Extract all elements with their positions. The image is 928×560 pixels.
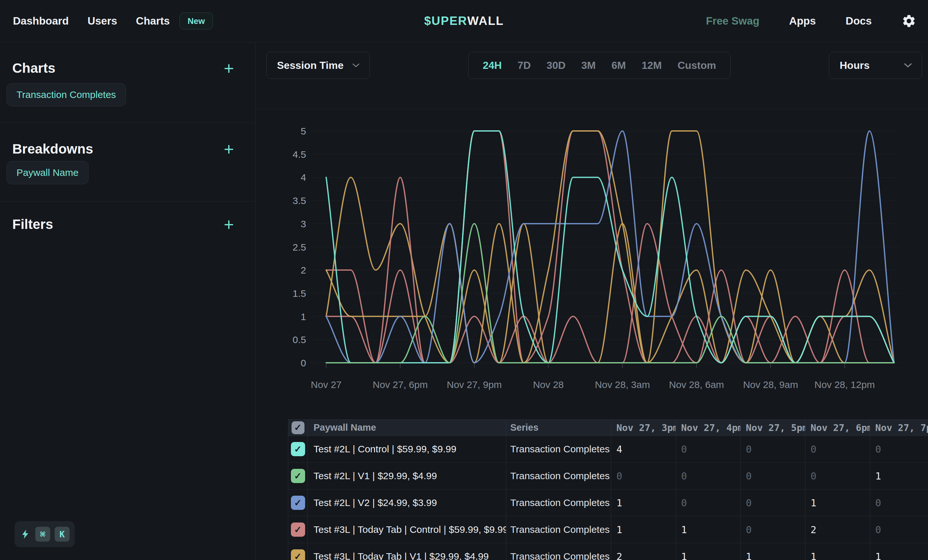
- range-6m[interactable]: 6M: [612, 59, 626, 72]
- value-text: 2: [810, 524, 817, 536]
- logo-rest: WALL: [467, 14, 504, 28]
- sidebar-section-breakdowns: Breakdowns+: [12, 140, 234, 158]
- x-axis-label: Nov 27, 9pm: [447, 379, 502, 390]
- sidebar-section-charts: Charts+: [12, 59, 234, 77]
- chevron-down-icon: [904, 63, 912, 68]
- nav-link-docs[interactable]: Docs: [846, 15, 872, 27]
- value-text: 1: [681, 524, 687, 536]
- table-row[interactable]: ✓Test #3L | Today Tab | V1 | $29.99, $4.…: [288, 543, 928, 560]
- logo-accent: $UPER: [424, 14, 467, 28]
- series-cell: Transaction Completes: [507, 543, 611, 560]
- breakdown-table: ✓Paywall NameSeriesNov 27, 3pmNov 27, 4p…: [288, 419, 928, 560]
- row-checkbox-cell: ✓: [288, 436, 308, 463]
- range-7d[interactable]: 7D: [517, 59, 531, 72]
- sidebar-divider: [0, 201, 255, 201]
- row-checkbox[interactable]: ✓: [291, 522, 305, 537]
- value-cell: 1: [870, 463, 928, 489]
- x-axis-label: Nov 27, 6pm: [373, 379, 428, 390]
- row-checkbox[interactable]: ✓: [291, 442, 305, 456]
- time-range-group: 24H7D30D3M6M12MCustom: [468, 52, 731, 79]
- x-axis-label: Nov 27: [311, 379, 341, 390]
- row-checkbox[interactable]: ✓: [291, 496, 305, 510]
- nav-item-users[interactable]: Users: [87, 15, 117, 27]
- pill-paywall-name[interactable]: Paywall Name: [6, 161, 89, 184]
- add-breakdowns-button[interactable]: +: [224, 140, 234, 158]
- x-axis-label: Nov 28: [533, 379, 564, 390]
- x-axis-label: Nov 28, 6am: [669, 379, 724, 390]
- add-charts-button[interactable]: +: [224, 59, 234, 77]
- value-text: 0: [875, 524, 881, 536]
- table-row[interactable]: ✓Test #2L | V2 | $24.99, $3.99Transactio…: [288, 490, 928, 516]
- value-cell: 1: [611, 490, 676, 516]
- header-paywall-name: Paywall Name: [308, 420, 507, 435]
- header-hour-col: Nov 27, 3pm: [611, 420, 676, 435]
- range-12m[interactable]: 12M: [642, 59, 662, 72]
- value-text: 1: [875, 551, 881, 560]
- header-series: Series: [507, 420, 611, 435]
- paywall-name-cell: Test #2L | Control | $59.99, $9.99: [308, 436, 507, 463]
- row-checkbox-cell: ✓: [288, 490, 308, 516]
- x-axis-label: Nov 28, 3am: [595, 379, 650, 390]
- value-cell: 1: [676, 543, 741, 560]
- header-hour-col: Nov 27, 7pm: [870, 420, 928, 435]
- keycap-k: K: [55, 527, 70, 542]
- range-30d[interactable]: 30D: [546, 59, 566, 72]
- value-cell: 0: [870, 490, 928, 516]
- paywall-name-cell: Test #3L | Today Tab | Control | $59.99,…: [308, 516, 507, 543]
- line-chart: 00.511.522.533.544.55Nov 27Nov 27, 6pmNo…: [284, 120, 928, 401]
- value-cell: 1: [870, 543, 928, 560]
- header-hour-col: Nov 27, 4pm: [676, 420, 741, 435]
- nav-link-free-swag[interactable]: Free Swag: [706, 15, 759, 27]
- value-cell: 0: [611, 463, 676, 489]
- table-header-row: ✓Paywall NameSeriesNov 27, 3pmNov 27, 4p…: [288, 420, 928, 436]
- select-all-checkbox[interactable]: ✓: [292, 421, 304, 434]
- metric-select[interactable]: Session Time: [266, 52, 370, 79]
- y-axis-label: 2.5: [293, 242, 306, 253]
- value-text: 1: [617, 497, 622, 508]
- metric-select-value: Session Time: [267, 59, 343, 72]
- y-axis-label: 3: [301, 219, 306, 229]
- value-text: 0: [746, 470, 752, 482]
- value-cell: 0: [805, 463, 870, 489]
- value-cell: 1: [611, 516, 676, 543]
- top-nav: DashboardUsersChartsNew $UPERWALL Free S…: [0, 0, 928, 43]
- value-text: 0: [746, 497, 752, 508]
- lightning-icon: [20, 529, 31, 540]
- add-filters-button[interactable]: +: [224, 216, 234, 233]
- value-text: 0: [681, 444, 687, 455]
- series-cell: Transaction Completes: [507, 436, 611, 463]
- y-axis-label: 4.5: [293, 149, 306, 160]
- gear-icon[interactable]: [902, 14, 916, 29]
- x-axis-label: Nov 28, 12pm: [814, 379, 875, 390]
- pill-row: Transaction Completes: [6, 83, 249, 107]
- unit-select[interactable]: Hours: [829, 52, 922, 79]
- y-axis-label: 1: [301, 311, 306, 322]
- value-text: 1: [681, 551, 687, 560]
- header-hour-col: Nov 27, 5pm: [741, 420, 805, 435]
- paywall-name-cell: Test #2L | V1 | $29.99, $4.99: [308, 463, 507, 489]
- row-checkbox[interactable]: ✓: [291, 469, 305, 483]
- value-text: 1: [810, 551, 817, 560]
- nav-item-charts[interactable]: ChartsNew: [136, 13, 213, 29]
- row-checkbox[interactable]: ✓: [291, 549, 305, 560]
- pill-transaction-completes[interactable]: Transaction Completes: [6, 83, 126, 107]
- table-row[interactable]: ✓Test #2L | V1 | $29.99, $4.99Transactio…: [288, 463, 928, 490]
- value-text: 1: [875, 470, 881, 482]
- section-title: Filters: [12, 217, 53, 232]
- range-custom[interactable]: Custom: [678, 59, 716, 72]
- nav-link-apps[interactable]: Apps: [789, 15, 816, 27]
- value-cell: 2: [805, 516, 870, 543]
- value-cell: 0: [676, 436, 741, 463]
- value-cell: 1: [805, 490, 870, 516]
- value-cell: 0: [676, 463, 741, 489]
- table-row[interactable]: ✓Test #2L | Control | $59.99, $9.99Trans…: [288, 436, 928, 463]
- nav-item-dashboard[interactable]: Dashboard: [13, 15, 69, 27]
- value-text: 2: [617, 551, 622, 560]
- chevron-down-icon: [352, 63, 360, 68]
- table-row[interactable]: ✓Test #3L | Today Tab | Control | $59.99…: [288, 516, 928, 543]
- value-text: 0: [810, 444, 817, 455]
- range-3m[interactable]: 3M: [582, 59, 596, 72]
- y-axis-label: 1.5: [293, 288, 306, 299]
- range-24h[interactable]: 24H: [483, 59, 502, 72]
- command-palette-shortcut[interactable]: ⌘K: [15, 521, 75, 547]
